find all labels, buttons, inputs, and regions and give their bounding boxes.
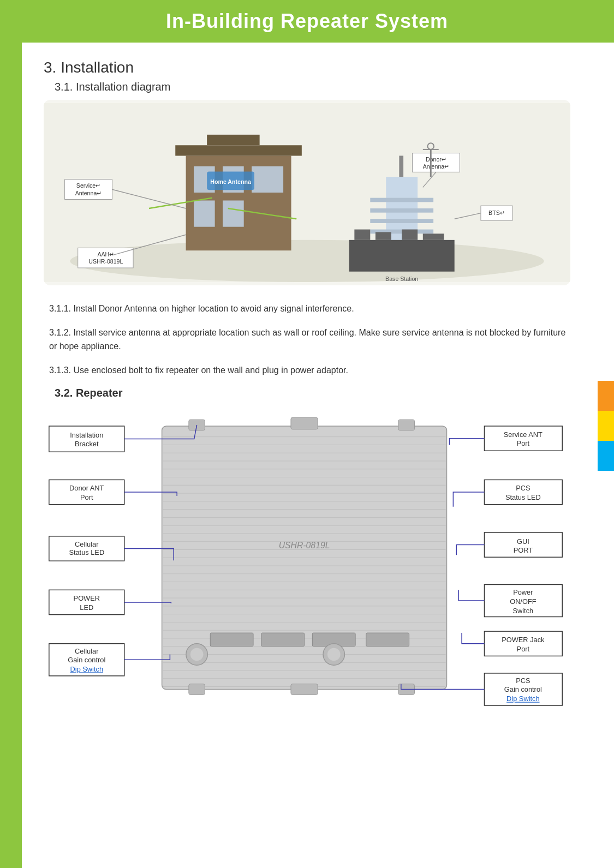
svg-text:Donor ANT: Donor ANT (69, 484, 104, 493)
svg-rect-25 (423, 234, 444, 240)
instruction-313: 3.1.3. Use enclosed bolt to fix repeater… (44, 363, 570, 378)
svg-rect-80 (291, 418, 318, 430)
svg-rect-83 (291, 684, 318, 695)
svg-text:Cellular: Cellular (75, 647, 99, 655)
svg-text:BTS↵: BTS↵ (488, 209, 505, 216)
svg-rect-7 (223, 200, 244, 226)
svg-rect-86 (261, 633, 305, 646)
svg-text:USHR-0819L: USHR-0819L (279, 541, 330, 550)
svg-rect-21 (349, 240, 455, 272)
svg-rect-22 (354, 230, 370, 240)
svg-text:Installation: Installation (70, 431, 103, 439)
instruction-311-number: 3.1.1. (49, 304, 73, 313)
svg-rect-88 (366, 633, 409, 646)
right-color-blocks (598, 381, 614, 471)
svg-rect-23 (375, 232, 391, 240)
orange-block (598, 381, 614, 411)
svg-text:Gain control: Gain control (504, 686, 542, 694)
svg-text:Bracket: Bracket (75, 440, 99, 448)
svg-text:Port: Port (517, 645, 530, 653)
svg-text:Status LED: Status LED (505, 493, 541, 501)
instruction-312-number: 3.1.2. (49, 328, 73, 337)
svg-text:LED: LED (80, 603, 93, 612)
right-sidebar (592, 43, 614, 868)
svg-text:Power: Power (513, 589, 533, 597)
blue-block (598, 441, 614, 471)
diagram-svg: Home Antenna Master Unit Base S (44, 100, 570, 285)
repeater-svg: USHR-0819L (44, 408, 570, 724)
svg-text:ON/OFF: ON/OFF (510, 597, 536, 606)
svg-point-90 (190, 648, 204, 661)
section-3-title: 3. Installation (44, 59, 570, 76)
installation-diagram: Home Antenna Master Unit Base S (44, 100, 570, 285)
main-content: 3. Installation 3.1. Installation diagra… (22, 43, 592, 868)
svg-point-1 (70, 240, 544, 282)
svg-rect-82 (189, 684, 205, 695)
svg-text:PORT: PORT (514, 547, 533, 555)
svg-marker-8 (175, 145, 302, 155)
svg-text:Donor↵: Donor↵ (426, 156, 446, 163)
svg-text:Gain control: Gain control (68, 656, 105, 665)
svg-rect-16 (370, 208, 433, 213)
svg-rect-19 (399, 155, 403, 177)
subsection-32-title: 3.2. Repeater (55, 387, 570, 399)
svg-rect-9 (207, 135, 260, 145)
svg-text:POWER: POWER (74, 594, 100, 602)
svg-text:Antenna↵: Antenna↵ (423, 163, 450, 170)
svg-rect-24 (402, 230, 418, 240)
instruction-312-text: Install service antenna at appropriate l… (49, 328, 565, 351)
svg-rect-17 (370, 219, 433, 223)
svg-text:Status LED: Status LED (69, 549, 104, 557)
svg-rect-81 (398, 420, 415, 431)
svg-text:Switch: Switch (512, 607, 533, 615)
svg-text:Service ANT: Service ANT (504, 430, 543, 439)
svg-text:Port: Port (80, 493, 93, 501)
svg-text:PCS: PCS (516, 484, 530, 493)
svg-text:Service↵: Service↵ (76, 182, 100, 189)
subsection-31-title: 3.1. Installation diagram (55, 81, 570, 93)
instruction-311: 3.1.1. Install Donor Antenna on higher l… (44, 302, 570, 316)
instruction-313-text: Use enclosed bolt to fix repeater on the… (73, 366, 348, 375)
svg-text:GUI: GUI (517, 537, 529, 546)
svg-rect-15 (370, 198, 433, 202)
svg-text:Dip Switch: Dip Switch (70, 665, 103, 673)
page-header: In-Building Repeater System (0, 0, 614, 43)
svg-text:Home Antenna: Home Antenna (210, 178, 251, 185)
left-sidebar (0, 43, 22, 868)
svg-rect-85 (210, 633, 253, 646)
instruction-312: 3.1.2. Install service antenna at approp… (44, 326, 570, 354)
svg-text:Dip Switch: Dip Switch (506, 695, 539, 703)
yellow-block (598, 411, 614, 441)
svg-text:PCS: PCS (516, 677, 530, 685)
repeater-diagram: USHR-0819L (44, 408, 570, 724)
svg-text:Base Station: Base Station (385, 276, 418, 282)
svg-rect-79 (189, 420, 205, 431)
svg-text:Cellular: Cellular (75, 540, 99, 548)
svg-rect-5 (252, 166, 283, 193)
svg-text:Antenna↵: Antenna↵ (75, 190, 102, 196)
instruction-311-text: Install Donor Antenna on higher location… (73, 304, 354, 313)
svg-rect-6 (194, 200, 215, 226)
header-title: In-Building Repeater System (166, 10, 448, 32)
svg-text:AAH↵: AAH↵ (97, 251, 114, 258)
svg-point-92 (327, 648, 341, 661)
svg-text:POWER Jack: POWER Jack (502, 636, 545, 644)
svg-text:Port: Port (517, 440, 530, 448)
instruction-313-number: 3.1.3. (49, 366, 73, 375)
svg-text:USHR-0819L: USHR-0819L (88, 258, 123, 265)
